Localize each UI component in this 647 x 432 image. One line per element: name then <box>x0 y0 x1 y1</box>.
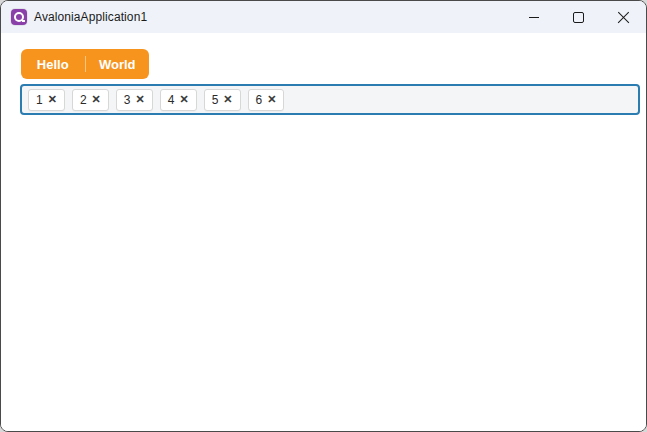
close-icon <box>617 11 630 24</box>
tag-chip-label: 1 <box>36 94 43 106</box>
remove-tag-icon[interactable]: ✕ <box>92 94 101 105</box>
tag-chip-label: 4 <box>168 94 175 106</box>
tag-chip: 5 ✕ <box>204 89 241 111</box>
tab-strip: Hello World <box>21 49 149 79</box>
tag-chip-label: 6 <box>256 94 263 106</box>
caption-buttons <box>511 1 646 33</box>
remove-tag-icon[interactable]: ✕ <box>267 94 276 105</box>
content-area: Hello World 1 ✕ 2 ✕ 3 ✕ 4 ✕ 5 ✕ 6 ✕ <box>1 33 646 431</box>
maximize-icon <box>573 12 584 23</box>
tags-input[interactable]: 1 ✕ 2 ✕ 3 ✕ 4 ✕ 5 ✕ 6 ✕ <box>20 84 640 115</box>
remove-tag-icon[interactable]: ✕ <box>223 94 232 105</box>
close-button[interactable] <box>601 1 646 33</box>
window-title: AvaloniaApplication1 <box>34 10 147 24</box>
tab-hello[interactable]: Hello <box>21 49 85 79</box>
tab-world[interactable]: World <box>86 49 150 79</box>
tag-chip-label: 3 <box>124 94 131 106</box>
remove-tag-icon[interactable]: ✕ <box>136 94 145 105</box>
tag-chip-label: 2 <box>80 94 87 106</box>
minimize-icon <box>529 17 539 18</box>
tag-chip: 3 ✕ <box>116 89 153 111</box>
titlebar[interactable]: AvaloniaApplication1 <box>1 1 646 33</box>
tag-chip: 2 ✕ <box>72 89 109 111</box>
remove-tag-icon[interactable]: ✕ <box>179 94 188 105</box>
tag-chip: 4 ✕ <box>160 89 197 111</box>
avalonia-logo-icon <box>11 9 27 25</box>
app-window: AvaloniaApplication1 Hello World 1 ✕ 2 ✕ <box>0 0 647 432</box>
minimize-button[interactable] <box>511 1 556 33</box>
remove-tag-icon[interactable]: ✕ <box>48 94 57 105</box>
tag-chip: 6 ✕ <box>248 89 285 111</box>
tag-chip-label: 5 <box>212 94 219 106</box>
maximize-button[interactable] <box>556 1 601 33</box>
tag-chip: 1 ✕ <box>28 89 65 111</box>
